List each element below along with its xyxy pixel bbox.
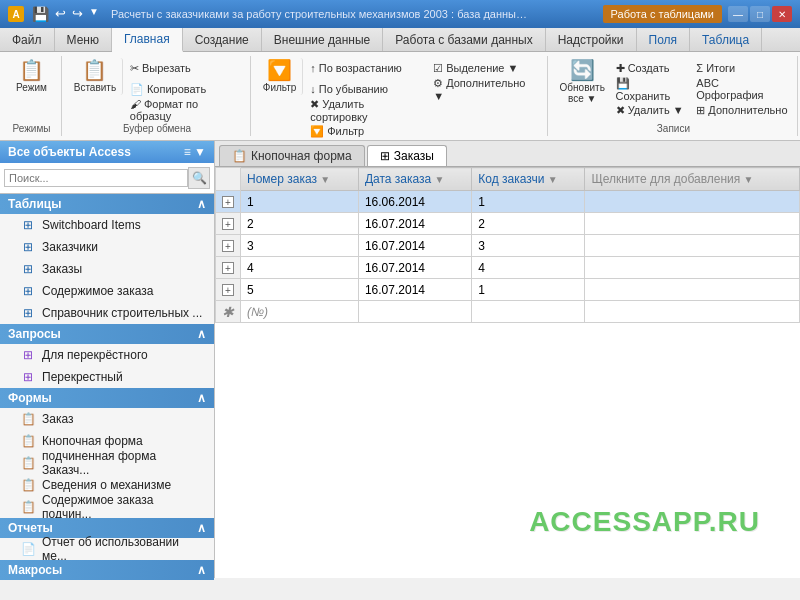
tab-addons[interactable]: Надстройки — [546, 28, 637, 51]
section-tables[interactable]: Таблицы ∧ — [0, 194, 214, 214]
sort-desc-button[interactable]: ↓ По убыванию — [307, 79, 426, 99]
title-bar: A 💾 ↩ ↪ ▼ Расчеты с заказчиками за работ… — [0, 0, 800, 28]
records-col2: Σ Итоги ABC Орфография ⊞ Дополнительно — [693, 58, 791, 120]
close-button[interactable]: ✕ — [772, 6, 792, 22]
save-record-button[interactable]: 💾 Сохранить — [613, 79, 690, 99]
selection-button[interactable]: ☑ Выделение ▼ — [430, 58, 541, 78]
cell-date: 16.07.2014 — [358, 257, 471, 279]
watermark: ACCESSAPP.RU — [529, 506, 760, 538]
tab-zakazy[interactable]: ⊞ Заказы — [367, 145, 447, 166]
nav-item-perekrestny[interactable]: ⊞ Перекрестный — [0, 366, 214, 388]
nav-item-sub-zakaz[interactable]: 📋 подчиненная форма Заказч... — [0, 452, 214, 474]
row-expand[interactable]: + — [216, 257, 241, 279]
cell-extra — [585, 191, 800, 213]
refresh-icon: 🔄 — [570, 60, 595, 80]
row-expand[interactable]: + — [216, 279, 241, 301]
advanced-button[interactable]: ⚙ Дополнительно ▼ — [430, 79, 541, 99]
search-button[interactable]: 🔍 — [188, 167, 210, 189]
tab-fields[interactable]: Поля — [637, 28, 691, 51]
totals-button[interactable]: Σ Итоги — [693, 58, 791, 78]
left-panel-toggle[interactable]: ≡ ▼ — [184, 145, 206, 159]
tab-create[interactable]: Создание — [183, 28, 262, 51]
form-icon-content-sub: 📋 — [20, 499, 36, 515]
maximize-button[interactable]: □ — [750, 6, 770, 22]
nav-label-svedenia: Сведения о механизме — [42, 478, 171, 492]
filter-icon: 🔽 — [267, 60, 292, 80]
tab-file[interactable]: Файл — [0, 28, 55, 51]
qa-save[interactable]: 💾 — [32, 6, 49, 22]
tab-table[interactable]: Таблица — [690, 28, 762, 51]
tab-home[interactable]: Главная — [112, 28, 183, 52]
nav-item-zakazy[interactable]: ⊞ Заказы — [0, 258, 214, 280]
table-row[interactable]: + 4 16.07.2014 4 — [216, 257, 800, 279]
nav-item-switchboard[interactable]: ⊞ Switchboard Items — [0, 214, 214, 236]
col-order-num[interactable]: Номер заказ ▼ — [241, 168, 359, 191]
row-expand[interactable]: + — [216, 235, 241, 257]
tab-database[interactable]: Работа с базами данных — [383, 28, 545, 51]
col-order-code[interactable]: Код заказчи ▼ — [472, 168, 585, 191]
nav-label-zakazy: Заказы — [42, 262, 82, 276]
table-new-row[interactable]: ✱ (№) — [216, 301, 800, 323]
records-col1: ✚ Создать 💾 Сохранить ✖ Удалить ▼ — [613, 58, 690, 120]
tab-external[interactable]: Внешние данные — [262, 28, 384, 51]
search-box: 🔍 — [0, 163, 214, 194]
format-paint-button[interactable]: 🖌 Формат по образцу — [127, 100, 244, 120]
cell-code: 1 — [472, 191, 585, 213]
paste-button[interactable]: 📋 Вставить — [70, 58, 123, 95]
nav-label-sub-zakaz: подчиненная форма Заказч... — [42, 449, 206, 477]
row-expand[interactable]: + — [216, 213, 241, 235]
query-icon-krest: ⊞ — [20, 347, 36, 363]
qa-undo[interactable]: ↩ — [55, 6, 66, 22]
search-input[interactable] — [4, 169, 188, 187]
col-click-add[interactable]: Щелкните для добавления ▼ — [585, 168, 800, 191]
left-panel-header: Все объекты Access ≡ ▼ — [0, 141, 214, 163]
nav-item-krest[interactable]: ⊞ Для перекрёстного — [0, 344, 214, 366]
copy-button[interactable]: 📄 Копировать — [127, 79, 244, 99]
cell-date: 16.06.2014 — [358, 191, 471, 213]
cell-code: 4 — [472, 257, 585, 279]
nav-label-zakaz4iki: Заказчики — [42, 240, 98, 254]
nav-item-zakaz4iki[interactable]: ⊞ Заказчики — [0, 236, 214, 258]
new-row-placeholder[interactable]: (№) — [241, 301, 359, 323]
section-forms[interactable]: Формы ∧ — [0, 388, 214, 408]
sort-asc-button[interactable]: ↑ По возрастанию — [307, 58, 426, 78]
section-macros[interactable]: Макросы ∧ — [0, 560, 214, 580]
refresh-button[interactable]: 🔄 Обновитьвсе ▼ — [556, 58, 609, 106]
cell-extra — [585, 257, 800, 279]
qa-dropdown[interactable]: ▼ — [89, 6, 99, 22]
section-reports-label: Отчеты — [8, 521, 53, 535]
section-queries[interactable]: Запросы ∧ — [0, 324, 214, 344]
filter-small-button[interactable]: 🔽 Фильтр — [307, 121, 426, 141]
table-row[interactable]: + 2 16.07.2014 2 — [216, 213, 800, 235]
ribbon-group-records: 🔄 Обновитьвсе ▼ ✚ Создать 💾 Сохранить ✖ … — [550, 56, 798, 136]
table-row[interactable]: + 1 16.06.2014 1 — [216, 191, 800, 213]
mode-button[interactable]: 📋 Режим — [12, 58, 52, 95]
spelling-button[interactable]: ABC Орфография — [693, 79, 791, 99]
nav-item-contents[interactable]: ⊞ Содержимое заказа — [0, 280, 214, 302]
nav-item-zakaz-form[interactable]: 📋 Заказ — [0, 408, 214, 430]
minimize-button[interactable]: — — [728, 6, 748, 22]
main-area: Все объекты Access ≡ ▼ 🔍 Таблицы ∧ ⊞ Swi… — [0, 141, 800, 578]
row-expand[interactable]: + — [216, 191, 241, 213]
nav-item-spravochnik[interactable]: ⊞ Справочник строительных ... — [0, 302, 214, 324]
table-row[interactable]: + 5 16.07.2014 1 — [216, 279, 800, 301]
nav-item-content-sub[interactable]: 📋 Содержимое заказа подчин... — [0, 496, 214, 518]
app-icon: A — [8, 6, 24, 22]
nav-item-report[interactable]: 📄 Отчет об использовании ме... — [0, 538, 214, 560]
form-icon-svedenia: 📋 — [20, 477, 36, 493]
more-button[interactable]: ⊞ Дополнительно — [693, 100, 791, 120]
ribbon-tabs: Файл Меню Главная Создание Внешние данны… — [0, 28, 800, 52]
table-row[interactable]: + 3 16.07.2014 3 — [216, 235, 800, 257]
tab-menu[interactable]: Меню — [55, 28, 112, 51]
create-record-button[interactable]: ✚ Создать — [613, 58, 690, 78]
filter-button[interactable]: 🔽 Фильтр — [259, 58, 303, 95]
nav-label-spravochnik: Справочник строительных ... — [42, 306, 202, 320]
tab-knoform[interactable]: 📋 Кнопочная форма — [219, 145, 365, 166]
qa-redo[interactable]: ↪ — [72, 6, 83, 22]
cut-button[interactable]: ✂ Вырезать — [127, 58, 244, 78]
nav-label-perekrestny: Перекрестный — [42, 370, 123, 384]
clear-sort-button[interactable]: ✖ Удалить сортировку — [307, 100, 426, 120]
nav-label-switchboard: Switchboard Items — [42, 218, 141, 232]
delete-record-button[interactable]: ✖ Удалить ▼ — [613, 100, 690, 120]
col-order-date[interactable]: Дата заказа ▼ — [358, 168, 471, 191]
